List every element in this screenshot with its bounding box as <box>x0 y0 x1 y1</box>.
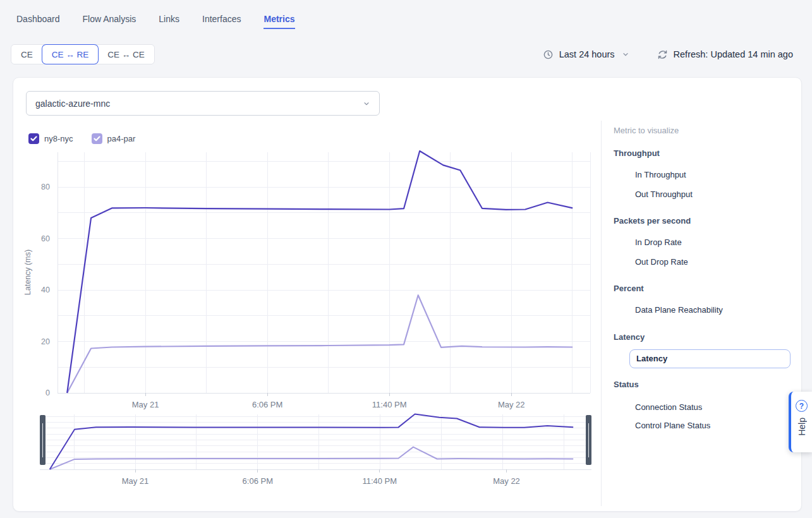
metric-group-header-packets-per-second: Packets per second <box>614 217 691 226</box>
legend-label: ny8-nyc <box>44 134 73 143</box>
refresh-status-label: Refresh: Updated 14 min ago <box>674 49 793 59</box>
checkbox-ny8-nyc <box>28 133 39 144</box>
metric-item-data-plane-reachability[interactable]: Data Plane Reachability <box>635 306 723 315</box>
connection-type-segmented-control: CECE ↔ RECE ↔ CE <box>11 44 155 64</box>
metric-group-header-percent: Percent <box>614 284 644 293</box>
metric-sidebar: Metric to visualize ThroughputIn Through… <box>601 121 803 506</box>
metric-group-header-latency: Latency <box>614 333 645 342</box>
toolbar-right: Last 24 hours Refresh: Updated 14 min ag… <box>543 45 793 63</box>
clock-icon <box>543 49 554 60</box>
top-nav: DashboardFlow AnalysisLinksInterfacesMet… <box>16 14 295 29</box>
metric-item-out-drop-rate[interactable]: Out Drop Rate <box>635 258 688 267</box>
y-axis-label: 80 <box>18 182 50 192</box>
metric-item-latency[interactable]: Latency <box>629 349 791 368</box>
metric-item-in-throughput[interactable]: In Throughput <box>635 171 686 179</box>
metric-group-header-throughput: Throughput <box>614 149 660 158</box>
brush-x-axis-label: 6:06 PM <box>226 476 289 486</box>
legend-label: pa4-par <box>107 134 136 143</box>
y-axis-label: 0 <box>18 388 50 398</box>
series-line-pa4-par <box>50 447 574 469</box>
brush-x-axis-label: 11:40 PM <box>348 476 411 486</box>
brush-x-axis-label: May 22 <box>475 476 538 486</box>
segment-ce-ce[interactable]: CE ↔ CE <box>98 45 154 64</box>
metric-item-out-throughput[interactable]: Out Throughput <box>635 190 693 199</box>
series-line-pa4-par <box>67 295 573 393</box>
chevron-down-icon <box>363 100 370 107</box>
device-selector-value: galactic-azure-mnc <box>35 99 110 109</box>
time-brush-chart[interactable] <box>40 414 591 469</box>
y-axis-label: 20 <box>18 337 50 347</box>
y-axis-label: 60 <box>18 234 50 244</box>
nav-item-interfaces[interactable]: Interfaces <box>202 14 241 29</box>
latency-line-chart <box>58 152 590 393</box>
metric-item-control-plane-status[interactable]: Control Plane Status <box>635 421 710 430</box>
nav-item-dashboard[interactable]: Dashboard <box>16 14 60 29</box>
series-legend: ny8-nycpa4-par <box>28 133 135 144</box>
brush-handle-right[interactable] <box>586 415 591 465</box>
checkbox-pa4-par <box>92 133 102 144</box>
device-selector[interactable]: galactic-azure-mnc <box>26 91 380 116</box>
time-range-selector[interactable]: Last 24 hours <box>543 49 629 60</box>
nav-item-links[interactable]: Links <box>159 14 179 29</box>
brush-handle-left[interactable] <box>40 415 45 465</box>
x-axis-label: May 22 <box>480 400 543 410</box>
sidebar-title: Metric to visualize <box>614 126 679 135</box>
metrics-panel: galactic-azure-mnc ny8-nycpa4-par Latenc… <box>13 77 802 512</box>
refresh-icon <box>657 49 668 60</box>
metric-group-header-status: Status <box>614 380 639 389</box>
x-axis-label: 11:40 PM <box>358 400 421 410</box>
help-label: Help <box>797 418 807 436</box>
x-axis-label: May 21 <box>114 400 177 410</box>
help-icon: ? <box>796 400 808 412</box>
refresh-control[interactable]: Refresh: Updated 14 min ago <box>657 49 793 60</box>
y-axis-label: 40 <box>18 285 50 295</box>
nav-item-flow-analysis[interactable]: Flow Analysis <box>83 14 136 29</box>
legend-item-ny8-nyc[interactable]: ny8-nyc <box>28 133 73 144</box>
metric-item-connection-status[interactable]: Connection Status <box>635 403 702 412</box>
nav-item-metrics[interactable]: Metrics <box>264 14 294 29</box>
segment-ce-re[interactable]: CE ↔ RE <box>42 45 99 64</box>
time-range-label: Last 24 hours <box>559 49 615 59</box>
chevron-down-icon <box>622 51 629 58</box>
segment-ce[interactable]: CE <box>11 45 42 64</box>
metric-item-in-drop-rate[interactable]: In Drop Rate <box>635 238 682 247</box>
help-button[interactable]: ? Help <box>789 392 812 452</box>
brush-x-axis-label: May 21 <box>104 476 167 486</box>
x-axis-label: 6:06 PM <box>236 400 299 410</box>
legend-item-pa4-par[interactable]: pa4-par <box>92 133 136 144</box>
